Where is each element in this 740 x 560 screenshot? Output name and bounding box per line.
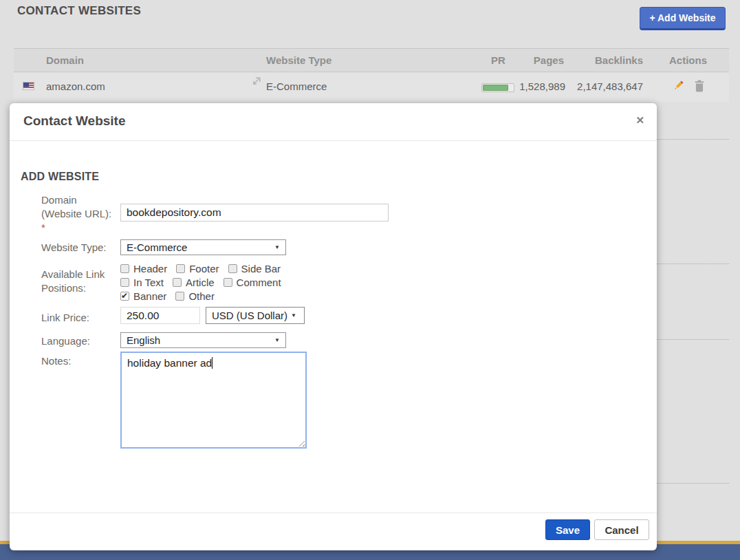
checkbox-label: Banner bbox=[133, 290, 166, 302]
checkbox-box[interactable] bbox=[120, 292, 129, 301]
checkbox-label: Other bbox=[188, 290, 215, 302]
language-label: Language: bbox=[41, 334, 90, 348]
chevron-down-icon: ▼ bbox=[274, 244, 280, 250]
checkbox-box[interactable] bbox=[120, 278, 129, 287]
checkbox-box[interactable] bbox=[224, 278, 232, 287]
checkbox-label: In Text bbox=[133, 277, 164, 288]
checkbox-in-text[interactable]: In Text bbox=[120, 277, 164, 288]
checkbox-article[interactable]: Article bbox=[173, 277, 215, 288]
checkbox-box[interactable] bbox=[175, 292, 184, 301]
checkbox-label: Article bbox=[186, 277, 215, 288]
page-title: CONTACT WEBSITES bbox=[17, 4, 141, 18]
chevron-down-icon: ▼ bbox=[274, 337, 280, 343]
cancel-button[interactable]: Cancel bbox=[594, 519, 649, 540]
add-website-button[interactable]: + Add Website bbox=[640, 7, 726, 30]
checkbox-banner[interactable]: Banner bbox=[120, 290, 166, 302]
domain-label: Domain (Website URL): * bbox=[41, 193, 111, 235]
save-button[interactable]: Save bbox=[545, 519, 590, 540]
contact-websites-page: CONTACT WEBSITES + Add Website Domain We… bbox=[0, 0, 740, 560]
positions-row-1: Header Footer Side Bar bbox=[120, 261, 281, 275]
checkbox-header[interactable]: Header bbox=[120, 263, 167, 274]
col-pr[interactable]: PR bbox=[491, 54, 505, 66]
table-row: amazon.com E-Commerce 1,528,989 2,147,48… bbox=[14, 73, 729, 102]
currency-value: USD (US Dollar) bbox=[212, 310, 287, 321]
website-type-value: E-Commerce bbox=[127, 241, 187, 253]
website-type-label: Website Type: bbox=[41, 241, 107, 255]
us-flag-icon bbox=[23, 82, 34, 90]
positions-row-3: Banner Other bbox=[120, 289, 215, 303]
checkbox-box[interactable] bbox=[173, 278, 182, 287]
contact-website-modal: Contact Website ✕ ADD WEBSITE Domain (We… bbox=[10, 103, 657, 550]
checkbox-other[interactable]: Other bbox=[175, 290, 215, 302]
checkbox-label: Side Bar bbox=[241, 263, 281, 274]
notes-text: holiday banner ad bbox=[127, 357, 212, 369]
checkbox-label: Header bbox=[133, 263, 167, 274]
delete-trash-icon[interactable] bbox=[694, 80, 705, 94]
domain-input[interactable] bbox=[120, 204, 389, 222]
chevron-down-icon: ▼ bbox=[291, 312, 296, 319]
required-asterisk: * bbox=[41, 221, 111, 235]
edit-pencil-icon[interactable] bbox=[673, 80, 684, 94]
table-header: Domain Website Type PR Pages Backlinks A… bbox=[14, 48, 729, 72]
checkbox-box[interactable] bbox=[120, 264, 129, 273]
row-backlinks: 2,147,483,647 bbox=[577, 80, 643, 92]
col-domain[interactable]: Domain bbox=[46, 54, 84, 66]
pr-bar bbox=[481, 83, 514, 92]
currency-select[interactable]: USD (US Dollar) ▼ bbox=[206, 307, 305, 324]
text-cursor bbox=[212, 357, 213, 369]
pr-bar-fill bbox=[483, 85, 508, 91]
row-website-type: E-Commerce bbox=[266, 80, 327, 92]
close-icon[interactable]: ✕ bbox=[635, 115, 644, 125]
positions-label: Available Link Positions: bbox=[41, 268, 105, 295]
external-link-icon[interactable] bbox=[251, 77, 261, 89]
checkbox-box[interactable] bbox=[228, 264, 237, 273]
website-type-select[interactable]: E-Commerce ▼ bbox=[120, 239, 286, 255]
row-pages: 1,528,989 bbox=[519, 80, 565, 92]
col-actions: Actions bbox=[669, 54, 707, 66]
add-website-heading: ADD WEBSITE bbox=[21, 171, 99, 183]
modal-title: Contact Website bbox=[23, 114, 126, 129]
link-price-label: Link Price: bbox=[41, 311, 89, 325]
checkbox-side-bar[interactable]: Side Bar bbox=[228, 263, 281, 274]
language-select[interactable]: English ▼ bbox=[120, 332, 286, 348]
positions-row-2: In Text Article Comment bbox=[120, 275, 281, 289]
col-pages[interactable]: Pages bbox=[534, 54, 564, 66]
checkbox-label: Footer bbox=[189, 263, 219, 274]
checkbox-box[interactable] bbox=[176, 264, 185, 273]
notes-textarea[interactable]: holiday banner ad bbox=[120, 352, 307, 449]
language-value: English bbox=[127, 334, 160, 346]
checkbox-footer[interactable]: Footer bbox=[176, 263, 219, 274]
link-price-input[interactable] bbox=[120, 307, 200, 324]
col-backlinks[interactable]: Backlinks bbox=[595, 54, 643, 66]
footer-divider bbox=[10, 513, 657, 513]
modal-header: Contact Website ✕ bbox=[10, 103, 657, 141]
checkbox-comment[interactable]: Comment bbox=[224, 277, 281, 288]
checkbox-label: Comment bbox=[237, 277, 281, 288]
col-website-type[interactable]: Website Type bbox=[266, 54, 331, 66]
resize-grip-icon[interactable] bbox=[298, 440, 305, 446]
notes-label: Notes: bbox=[41, 354, 71, 368]
row-domain: amazon.com bbox=[46, 80, 105, 92]
